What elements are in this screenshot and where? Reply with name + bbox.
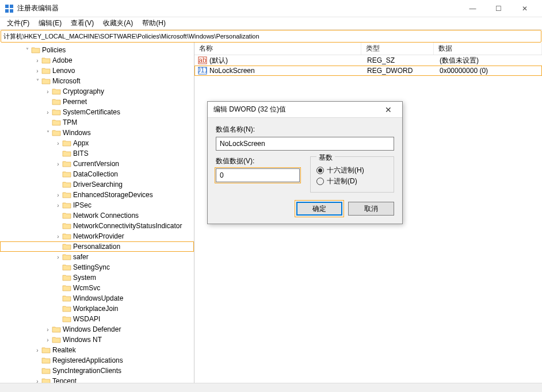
- tree-node[interactable]: ›NetworkProvider: [0, 231, 194, 241]
- menu-file[interactable]: 文件(F): [2, 17, 34, 29]
- value-data-field[interactable]: [216, 168, 300, 182]
- chevron-right-icon[interactable]: ›: [54, 139, 62, 147]
- value-data: (数值未设置): [435, 56, 541, 66]
- tree-node[interactable]: DataCollection: [0, 169, 194, 179]
- cancel-button[interactable]: 取消: [348, 202, 394, 216]
- tree-node-label: NetworkProvider: [73, 232, 124, 240]
- col-header-data[interactable]: 数据: [434, 43, 542, 55]
- tree-node[interactable]: ›EnhancedStorageDevices: [0, 190, 194, 200]
- folder-icon: [62, 139, 71, 147]
- folder-icon: [52, 98, 61, 106]
- tree-node[interactable]: SyncIntegrationClients: [0, 366, 194, 376]
- value-name: NoLockScreen: [209, 67, 255, 75]
- tree-node[interactable]: RegisteredApplications: [0, 355, 194, 366]
- titlebar: 注册表编辑器 — ☐ ✕: [0, 0, 542, 17]
- folder-icon: [41, 346, 51, 354]
- chevron-right-icon[interactable]: ›: [44, 325, 52, 333]
- tree-node[interactable]: ˅Windows: [0, 128, 194, 138]
- chevron-right-icon[interactable]: ›: [54, 253, 62, 261]
- folder-icon: [62, 170, 71, 178]
- tree-node[interactable]: ›SystemCertificates: [0, 107, 194, 117]
- radio-hex[interactable]: 十六进制(H): [316, 166, 388, 175]
- folder-icon: [62, 305, 71, 313]
- tree-node[interactable]: WorkplaceJoin: [0, 303, 194, 314]
- tree-node[interactable]: ›safer: [0, 252, 194, 262]
- tree-pane[interactable]: ˅Policies›Adobe›Lenovo˅Microsoft›Cryptog…: [0, 43, 194, 391]
- radio-dec[interactable]: 十进制(D): [316, 176, 388, 186]
- close-button[interactable]: ✕: [512, 0, 537, 17]
- value-name-field[interactable]: [216, 137, 394, 151]
- tree-node[interactable]: ›CurrentVersion: [0, 159, 194, 169]
- maximize-button[interactable]: ☐: [486, 0, 512, 17]
- tree-node[interactable]: ›Appx: [0, 138, 194, 148]
- chevron-right-icon[interactable]: ›: [54, 201, 62, 209]
- tree-node[interactable]: ›IPSec: [0, 200, 194, 210]
- chevron-right-icon[interactable]: ›: [33, 346, 41, 354]
- chevron-down-icon[interactable]: ˅: [44, 129, 52, 137]
- tree-node[interactable]: ›Realtek: [0, 345, 194, 355]
- menu-favorites[interactable]: 收藏夹(A): [98, 17, 138, 29]
- tree-node-label: System: [73, 274, 96, 282]
- tree-node[interactable]: ›Windows Defender: [0, 324, 194, 335]
- tree-node[interactable]: ›Windows NT: [0, 335, 194, 345]
- list-row[interactable]: ab(默认)REG_SZ(数值未设置): [194, 55, 542, 66]
- svg-rect-1: [10, 5, 13, 8]
- tree-node-label: Windows NT: [63, 336, 102, 344]
- folder-icon: [62, 232, 71, 240]
- tree-node[interactable]: NetworkConnectivityStatusIndicator: [0, 221, 194, 231]
- tree-node[interactable]: Network Connections: [0, 210, 194, 221]
- chevron-right-icon[interactable]: ›: [54, 160, 62, 168]
- chevron-right-icon[interactable]: ›: [54, 191, 62, 199]
- list-row[interactable]: 011NoLockScreenREG_DWORD0x00000000 (0): [194, 66, 542, 76]
- tree-node[interactable]: Peernet: [0, 97, 194, 107]
- chevron-right-icon[interactable]: ›: [33, 67, 41, 75]
- tree-node[interactable]: ˅Microsoft: [0, 76, 194, 86]
- address-path: 计算机\HKEY_LOCAL_MACHINE\SOFTWARE\Policies…: [3, 32, 259, 41]
- folder-icon: [62, 284, 71, 292]
- chevron-right-icon[interactable]: ›: [44, 87, 52, 95]
- tree-node[interactable]: WindowsUpdate: [0, 293, 194, 303]
- tree-node-label: Network Connections: [73, 212, 139, 220]
- folder-icon: [62, 253, 71, 261]
- tree-node[interactable]: WcmSvc: [0, 283, 194, 293]
- tree-node[interactable]: WSDAPI: [0, 314, 194, 324]
- tree-node[interactable]: ›Lenovo: [0, 66, 194, 76]
- ok-button[interactable]: 确定: [296, 202, 342, 216]
- radio-hex-dot: [316, 167, 324, 174]
- tree-node[interactable]: Personalization: [0, 241, 194, 252]
- tree-node-label: Appx: [73, 139, 89, 147]
- tree-node[interactable]: BITS: [0, 148, 194, 159]
- tree-node-label: Windows Defender: [63, 325, 121, 333]
- menu-view[interactable]: 查看(V): [66, 17, 98, 29]
- tree-node[interactable]: ˅Policies: [0, 45, 194, 55]
- tree-node[interactable]: ›Cryptography: [0, 86, 194, 97]
- tree-node[interactable]: DriverSearching: [0, 179, 194, 190]
- tree-node[interactable]: TPM: [0, 117, 194, 128]
- tree-node-label: SettingSync: [73, 263, 110, 271]
- chevron-down-icon[interactable]: ˅: [33, 77, 41, 85]
- folder-icon: [62, 263, 71, 271]
- folder-icon: [62, 315, 71, 323]
- menu-edit[interactable]: 编辑(E): [34, 17, 66, 29]
- tree-node-label: RegisteredApplications: [52, 356, 123, 364]
- col-header-type[interactable]: 类型: [361, 43, 434, 55]
- tree-node-label: Lenovo: [52, 67, 75, 75]
- folder-icon: [62, 191, 71, 199]
- chevron-right-icon[interactable]: ›: [44, 336, 52, 344]
- app-icon: [5, 4, 14, 13]
- chevron-right-icon[interactable]: ›: [44, 108, 52, 116]
- folder-icon: [62, 160, 71, 168]
- chevron-right-icon[interactable]: ›: [33, 56, 41, 64]
- chevron-right-icon[interactable]: ›: [54, 232, 62, 240]
- address-bar[interactable]: 计算机\HKEY_LOCAL_MACHINE\SOFTWARE\Policies…: [1, 30, 541, 43]
- dialog-close-icon[interactable]: ✕: [380, 102, 396, 118]
- minimize-button[interactable]: —: [460, 0, 486, 17]
- menu-help[interactable]: 帮助(H): [138, 17, 170, 29]
- tree-node-label: SyncIntegrationClients: [52, 367, 121, 375]
- col-header-name[interactable]: 名称: [194, 43, 361, 55]
- chevron-down-icon[interactable]: ˅: [23, 46, 31, 54]
- tree-node[interactable]: SettingSync: [0, 262, 194, 272]
- horizontal-scrollbar[interactable]: [0, 383, 542, 392]
- tree-node[interactable]: ›Adobe: [0, 55, 194, 66]
- tree-node[interactable]: System: [0, 272, 194, 283]
